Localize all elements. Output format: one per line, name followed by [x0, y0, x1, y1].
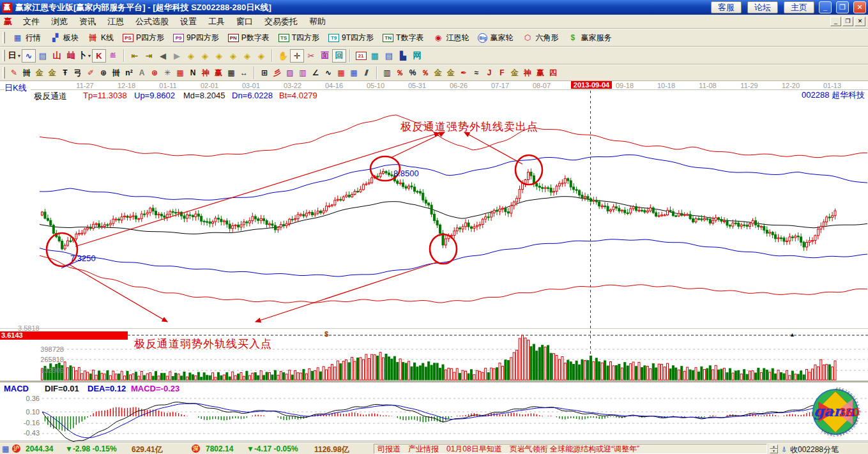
save-button[interactable]: ▙: [396, 49, 410, 63]
sectors-button[interactable]: ▞板块: [45, 32, 83, 44]
menu-item-7[interactable]: 窗口: [231, 15, 259, 29]
child-restore-button[interactable]: ❐: [842, 17, 853, 26]
shenzhen-index-value[interactable]: 7802.14: [206, 444, 233, 453]
shanghai-index-value[interactable]: 2044.34: [26, 444, 53, 453]
ying-grid-tool[interactable]: 赢: [212, 67, 225, 79]
menu-item-6[interactable]: 工具: [202, 15, 231, 29]
crosshair-button[interactable]: ✛: [290, 49, 304, 63]
ticker-spinner[interactable]: ▲▼: [770, 444, 778, 453]
ying-angle-tool[interactable]: 赢: [534, 67, 547, 79]
p-square-button[interactable]: PSP四方形: [118, 32, 169, 44]
arc-tool[interactable]: 弓: [72, 67, 84, 79]
box-cross-tool[interactable]: ⊞: [258, 67, 271, 79]
next-button[interactable]: ▶: [170, 49, 184, 63]
expand-v-button[interactable]: ◈: [254, 49, 268, 63]
candle-type-button[interactable]: 卜▼: [78, 49, 92, 63]
close-button[interactable]: ✕: [853, 1, 866, 13]
compass-tool[interactable]: ⊕: [97, 67, 110, 79]
notes-button[interactable]: ▤: [382, 49, 396, 63]
hand-tool-button[interactable]: ✋: [276, 49, 290, 63]
fan-lines-tool[interactable]: 彡: [271, 67, 284, 79]
support-button[interactable]: 客服: [711, 1, 742, 13]
three-bars-button[interactable]: 山: [50, 49, 64, 63]
volume-ruler-tool[interactable]: ▥: [381, 67, 393, 79]
t9-square-button[interactable]: T99T四方形: [324, 32, 378, 44]
trend-chart-button[interactable]: ∿: [22, 49, 36, 63]
scissors-button[interactable]: ✂: [304, 49, 318, 63]
child-minimize-button[interactable]: _: [830, 17, 841, 26]
tick-data-label[interactable]: 收002288分笔: [790, 444, 839, 454]
gold-line-tool[interactable]: 金: [445, 67, 457, 79]
expand-h-button[interactable]: ◈: [212, 49, 226, 63]
shen-grid-tool[interactable]: 神: [199, 67, 212, 79]
remote-button[interactable]: 网: [410, 49, 424, 63]
number-grid-tool[interactable]: ▦: [225, 67, 238, 79]
menu-item-1[interactable]: 浏览: [45, 15, 73, 29]
p9-square-button[interactable]: P99P四方形: [169, 32, 224, 44]
last-page-button[interactable]: ⇥: [142, 49, 156, 63]
shaded-box-tool[interactable]: ▨: [284, 67, 296, 79]
restore-button[interactable]: ❐: [836, 1, 849, 13]
red-grid-tool[interactable]: ▦: [174, 67, 187, 79]
info-list-button[interactable]: ▤: [36, 49, 50, 63]
prev-button[interactable]: ◀: [156, 49, 170, 63]
n-wave-tool[interactable]: N: [187, 67, 199, 79]
percent-line-tool[interactable]: ％: [393, 67, 406, 79]
menu-item-5[interactable]: 设置: [174, 15, 202, 29]
f-ruler-tool[interactable]: Ŧ: [59, 67, 72, 79]
p-number-button[interactable]: PNP数字表: [224, 32, 274, 44]
percent-retrace-tool[interactable]: ％: [419, 67, 432, 79]
kline-button[interactable]: 卌K线: [83, 32, 118, 44]
menu-item-8[interactable]: 交易委托: [259, 15, 303, 29]
ink-tool[interactable]: ✒: [457, 67, 470, 79]
angle-line-tool[interactable]: ∠: [309, 67, 322, 79]
parallel-lines-tool[interactable]: ⫽: [360, 67, 373, 79]
homepage-button[interactable]: 主页: [784, 1, 814, 13]
pen-tool[interactable]: ✎: [8, 67, 20, 79]
text-tool[interactable]: A: [135, 67, 148, 79]
star-grid-tool[interactable]: ✳: [161, 67, 174, 79]
f-angle-tool[interactable]: F: [496, 67, 508, 79]
forum-button[interactable]: 论坛: [747, 1, 778, 13]
gold-grid-tool[interactable]: 金: [33, 67, 46, 79]
target-tool[interactable]: ⊕: [148, 67, 161, 79]
winner-service-button[interactable]: $赢家服务: [563, 32, 616, 44]
mask-tool-button[interactable]: 面: [318, 49, 332, 63]
width-measure-tool[interactable]: ↔: [238, 67, 250, 79]
wave-line-tool[interactable]: ∿: [322, 67, 335, 79]
menu-item-0[interactable]: 文件: [17, 15, 45, 29]
kline-style-button[interactable]: 日▼: [8, 49, 22, 63]
shrink-v-button[interactable]: ◈: [240, 49, 254, 63]
squeeze-right-button[interactable]: ◈: [198, 49, 212, 63]
first-page-button[interactable]: ⇤: [128, 49, 142, 63]
t-number-button[interactable]: TNT数字表: [378, 32, 428, 44]
si-angle-tool[interactable]: 四: [547, 67, 560, 79]
squeeze-left-button[interactable]: ◈: [184, 49, 198, 63]
j-angle-tool[interactable]: J: [483, 67, 496, 79]
grid-ruler-tool[interactable]: 卌: [110, 67, 123, 79]
gold-angle-tool[interactable]: 金: [508, 67, 521, 79]
gold-circle-tool[interactable]: 金: [432, 67, 445, 79]
quote-grid-icon[interactable]: ▦: [2, 444, 9, 453]
brain-tool-button[interactable]: 回: [332, 49, 346, 63]
quotes-button[interactable]: ▦行情: [8, 32, 45, 44]
gann-grid-tool[interactable]: 卌: [20, 67, 33, 79]
kline-chart-canvas[interactable]: $▲: [0, 89, 868, 443]
wave-box-tool[interactable]: ≈: [470, 67, 483, 79]
menu-item-9[interactable]: 帮助: [303, 15, 331, 29]
pencil-tool[interactable]: ✐: [84, 67, 97, 79]
t-square-button[interactable]: TST四方形: [274, 32, 324, 44]
minimize-button[interactable]: _: [819, 1, 832, 13]
price-grid-tool[interactable]: ▦: [335, 67, 347, 79]
news-ticker[interactable]: 司报道 产业情报 01月08日早知道 页岩气领衔 全球能源结构或迎“调整年”: [374, 444, 767, 454]
winner-wheel-button[interactable]: Big赢家轮: [473, 32, 517, 44]
child-close-button[interactable]: ✕: [855, 17, 865, 26]
hexagon-button[interactable]: ⬡六角形: [517, 32, 563, 44]
percent-tool[interactable]: %: [406, 67, 419, 79]
gold-grid2-tool[interactable]: 金: [46, 67, 59, 79]
k-box-button[interactable]: K: [92, 49, 106, 63]
gann-wheel-button[interactable]: ◉江恩轮: [428, 32, 473, 44]
calculator-button[interactable]: ▦: [368, 49, 382, 63]
shrink-h-button[interactable]: ◈: [226, 49, 240, 63]
nine-bars-button[interactable]: 屾: [64, 49, 78, 63]
